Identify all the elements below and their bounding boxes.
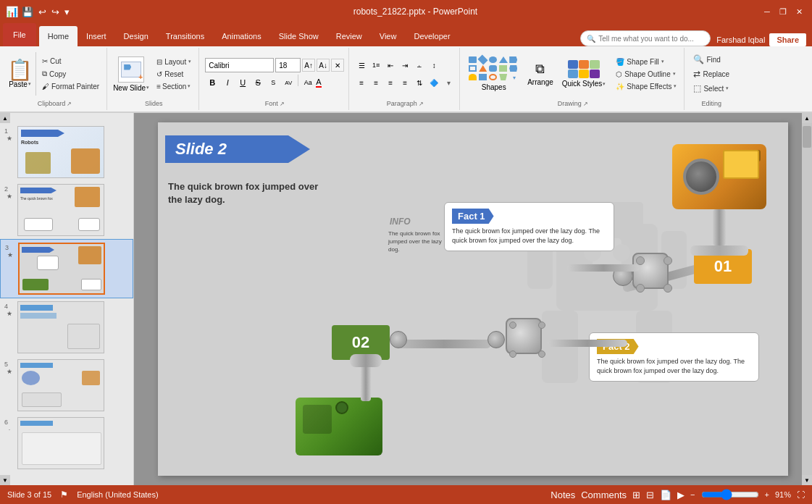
comments-button[interactable]: Comments bbox=[581, 490, 627, 500]
reset-icon: ↺ bbox=[156, 70, 162, 78]
underline-button[interactable]: U bbox=[235, 76, 250, 89]
text-direction-button[interactable]: ⇅ bbox=[413, 76, 426, 89]
canvas-scroll-down[interactable]: ▼ bbox=[802, 475, 812, 485]
view-reading-button[interactable]: 📄 bbox=[660, 490, 671, 500]
align-left-button[interactable]: ≡ bbox=[355, 76, 368, 89]
justify-button[interactable]: ≡ bbox=[398, 76, 411, 89]
slide-panel-scroll-down[interactable]: ▼ bbox=[0, 475, 10, 485]
tab-review[interactable]: Review bbox=[327, 26, 371, 46]
slide-panel-scroll-up[interactable]: ▲ bbox=[0, 113, 10, 123]
shape-outline-button[interactable]: ⬡ Shape Outline ▾ bbox=[613, 69, 679, 80]
minimize-button[interactable]: ─ bbox=[760, 6, 774, 17]
notes-button[interactable]: Notes bbox=[551, 490, 575, 500]
new-slide-dropdown-icon[interactable]: ▾ bbox=[146, 85, 149, 91]
align-center-button[interactable]: ≡ bbox=[369, 76, 382, 89]
shape-effects-button[interactable]: ✨ Shape Effects ▾ bbox=[613, 81, 679, 92]
paste-area[interactable]: 📋 Paste ▾ bbox=[7, 60, 33, 88]
increase-indent-button[interactable]: ⇥ bbox=[398, 59, 411, 72]
paste-dropdown-icon[interactable]: ▾ bbox=[28, 81, 31, 87]
decrease-font-button[interactable]: A↓ bbox=[317, 59, 330, 72]
strikethrough-button[interactable]: S bbox=[251, 76, 265, 89]
char-spacing-button[interactable]: AV bbox=[281, 76, 296, 89]
select-button[interactable]: ⬚ Select ▾ bbox=[690, 82, 732, 95]
align-right-button[interactable]: ≡ bbox=[384, 76, 397, 89]
joint-3 bbox=[390, 331, 407, 348]
more-qab-button[interactable]: ▾ bbox=[63, 5, 71, 19]
line-spacing-button[interactable]: ↕ bbox=[427, 59, 440, 72]
slide-thumb-1[interactable]: 1 ★ Robots bbox=[0, 123, 133, 181]
change-case-button[interactable]: Aa bbox=[301, 76, 315, 89]
new-slide-button[interactable]: + New Slide ▾ bbox=[113, 56, 149, 92]
font-color-button[interactable]: A bbox=[316, 77, 321, 88]
paragraph-controls: ☰ 1≡ ⇤ ⇥ ⫠ ↕ ≡ ≡ ≡ ≡ ⇅ 🔷 ▾ bbox=[355, 57, 455, 91]
font-name-input[interactable] bbox=[205, 58, 274, 72]
find-button[interactable]: 🔍 Find bbox=[690, 53, 732, 66]
cut-button[interactable]: ✂ Cut bbox=[39, 56, 102, 67]
convert-to-smartart-button[interactable]: ▾ bbox=[442, 76, 455, 89]
tab-animations[interactable]: Animations bbox=[213, 26, 269, 46]
quick-styles-dd-icon[interactable]: ▾ bbox=[603, 81, 606, 87]
smart-art-button[interactable]: 🔷 bbox=[427, 76, 440, 89]
fact1-box: Fact 1 The quick brown fox jumped over t… bbox=[444, 202, 614, 251]
arrange-button[interactable]: ⧉ Arrange bbox=[523, 60, 558, 88]
font-group: A↑ A↓ ✕ B I U S S AV Aa A bbox=[201, 48, 349, 110]
columns-button[interactable]: ⫠ bbox=[413, 59, 426, 72]
paragraph-expand-icon[interactable]: ↗ bbox=[419, 101, 424, 107]
slide-thumb-4[interactable]: 4 ★ bbox=[0, 298, 133, 356]
font-expand-icon[interactable]: ↗ bbox=[280, 101, 285, 107]
tell-me-input[interactable] bbox=[598, 35, 704, 43]
clipboard-expand-icon[interactable]: ↗ bbox=[67, 101, 72, 107]
view-sorter-button[interactable]: ⊟ bbox=[646, 490, 654, 500]
tell-me-box[interactable]: 🔍 bbox=[580, 30, 711, 46]
restore-button[interactable]: ❐ bbox=[776, 6, 790, 17]
undo-button[interactable]: ↩ bbox=[37, 5, 48, 19]
zoom-slider-plus[interactable]: + bbox=[765, 490, 769, 499]
reset-button[interactable]: ↺ Reset bbox=[154, 69, 194, 80]
canvas-scroll-thumb[interactable] bbox=[803, 126, 811, 148]
tab-developer[interactable]: Developer bbox=[405, 26, 459, 46]
italic-button[interactable]: I bbox=[220, 76, 235, 89]
bullets-button[interactable]: ☰ bbox=[355, 59, 368, 72]
canvas-scroll-up[interactable]: ▲ bbox=[802, 113, 812, 123]
clear-format-button[interactable]: ✕ bbox=[331, 59, 344, 72]
numbered-list-button[interactable]: 1≡ bbox=[369, 59, 382, 72]
slide-thumb-6[interactable]: 6 · bbox=[0, 414, 133, 472]
increase-font-button[interactable]: A↑ bbox=[302, 59, 315, 72]
slide-thumb-3[interactable]: 3 ★ bbox=[0, 239, 133, 298]
font-size-input[interactable] bbox=[275, 58, 301, 72]
tab-insert[interactable]: Insert bbox=[78, 26, 115, 46]
tab-design[interactable]: Design bbox=[115, 26, 157, 46]
copy-button[interactable]: ⧉ Copy bbox=[39, 68, 102, 80]
view-slideshow-button[interactable]: ▶ bbox=[677, 490, 685, 500]
decrease-indent-button[interactable]: ⇤ bbox=[384, 59, 397, 72]
tab-slideshow[interactable]: Slide Show bbox=[270, 26, 327, 46]
shape-fill-button[interactable]: 🪣 Shape Fill ▾ bbox=[613, 56, 679, 67]
quick-styles-button[interactable]: Quick Styles ▾ bbox=[559, 59, 609, 89]
layout-button[interactable]: ⊟ Layout ▾ bbox=[154, 56, 194, 67]
orange-camera-pole bbox=[713, 209, 726, 245]
redo-button[interactable]: ↪ bbox=[50, 5, 61, 19]
view-normal-button[interactable]: ⊞ bbox=[632, 490, 640, 500]
slide-thumb-2[interactable]: 2 ★ The quick brown fox bbox=[0, 181, 133, 239]
zoom-slider[interactable] bbox=[701, 489, 759, 500]
share-button[interactable]: Share bbox=[769, 33, 806, 46]
tab-view[interactable]: View bbox=[371, 26, 406, 46]
drawing-expand-icon[interactable]: ↗ bbox=[583, 101, 588, 107]
tab-home[interactable]: Home bbox=[39, 26, 78, 46]
close-button[interactable]: ✕ bbox=[792, 6, 806, 17]
format-painter-button[interactable]: 🖌 Format Painter bbox=[39, 81, 102, 92]
shapes-button[interactable]: ▾ Shapes bbox=[466, 55, 522, 93]
replace-button[interactable]: ⇄ Replace bbox=[690, 67, 732, 80]
tab-file[interactable]: File bbox=[3, 23, 36, 46]
zoom-level[interactable]: 91% bbox=[775, 490, 791, 499]
tab-transitions[interactable]: Transitions bbox=[157, 26, 213, 46]
slide-thumb-5[interactable]: 5 ★ bbox=[0, 356, 133, 414]
zoom-slider-minus[interactable]: − bbox=[690, 490, 695, 499]
text-shadow-button[interactable]: S bbox=[266, 76, 280, 89]
shape-icon-4 bbox=[499, 56, 508, 63]
save-button[interactable]: 💾 bbox=[20, 5, 35, 19]
section-button[interactable]: ≡ Section ▾ bbox=[154, 81, 194, 92]
fit-screen-button[interactable]: ⛶ bbox=[797, 490, 805, 499]
bold-button[interactable]: B bbox=[205, 76, 219, 89]
cut-icon: ✂ bbox=[42, 57, 48, 65]
